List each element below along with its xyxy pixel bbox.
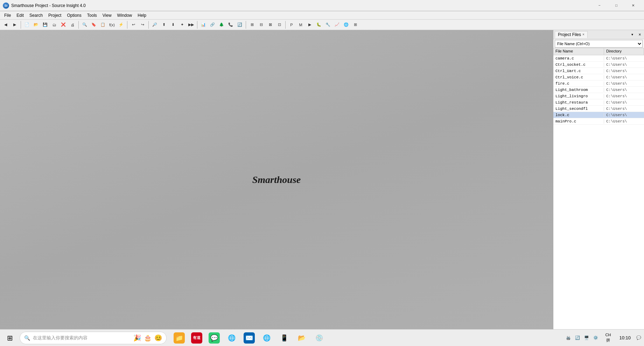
right-panel: Project Files × ▾ × File Name (Ctrl+O) F… — [553, 30, 644, 329]
taskbar-email[interactable]: ✉️ — [241, 330, 258, 346]
maximize-button[interactable]: □ — [608, 0, 624, 11]
taskbar-youdao[interactable]: 有道 — [188, 330, 205, 346]
taskbar-phone[interactable]: 📱 — [276, 330, 293, 346]
macro2-button[interactable]: M — [296, 21, 305, 29]
open-button[interactable]: 📂 — [32, 21, 40, 29]
search-emoji-1: 🎉 — [133, 334, 141, 342]
jump-up-button[interactable]: ⬆ — [160, 21, 168, 29]
file-list[interactable]: camera.cC:\Users\Ctrl_socket.cC:\Users\C… — [553, 55, 644, 329]
menu-item-file[interactable]: File — [1, 12, 14, 19]
filename-column-header: File Name — [553, 48, 604, 55]
browse-button[interactable]: 🌲 — [217, 21, 226, 29]
split-h-button[interactable]: ⊞ — [248, 21, 256, 29]
menu-item-edit[interactable]: Edit — [14, 12, 27, 19]
file-search-select[interactable]: File Name (Ctrl+O) — [555, 40, 643, 48]
table-row[interactable]: Light_livingroC:\Users\ — [553, 93, 644, 99]
sys-tray-sync-icon[interactable]: 🔄 — [574, 330, 581, 346]
layout-button[interactable]: ⊠ — [266, 21, 274, 29]
perl-button[interactable]: P — [287, 21, 296, 29]
taskbar-disk[interactable]: 💿 — [311, 330, 328, 346]
file-name-cell: Ctrl_Uart.c — [553, 69, 604, 73]
undo-button[interactable]: ↩ — [129, 21, 138, 29]
file-name-cell: Light_bathroom — [553, 88, 604, 92]
menu-item-search[interactable]: Search — [27, 12, 46, 19]
taskbar-folder[interactable]: 📂 — [293, 330, 310, 346]
reference-button[interactable]: 🔄 — [236, 21, 244, 29]
file-list-header: File Name Directory — [553, 48, 644, 55]
taskbar-search[interactable]: 🔍 在这里输入你要搜索的内容 🎉 🎂 😊 — [20, 332, 167, 344]
search-results-button[interactable]: 📊 — [199, 21, 208, 29]
file-dir-cell: C:\Users\ — [604, 119, 629, 123]
sys-tray-display-icon[interactable]: 🖥️ — [583, 330, 590, 346]
print-button[interactable]: 🖨 — [68, 21, 77, 29]
table-row[interactable]: Ctrl_socket.cC:\Users\ — [553, 62, 644, 68]
macro-button[interactable]: ⚡ — [117, 21, 125, 29]
panel-close-button[interactable]: × — [637, 32, 643, 37]
taskbar-file-explorer[interactable]: 📁 — [171, 330, 188, 346]
search-emoji-3: 😊 — [154, 334, 162, 342]
close-file-button[interactable]: ❌ — [59, 21, 68, 29]
mark-button[interactable]: ✦ — [178, 21, 186, 29]
save-button[interactable]: 💾 — [41, 21, 49, 29]
redo-button[interactable]: ↪ — [138, 21, 147, 29]
menu-item-tools[interactable]: Tools — [84, 12, 100, 19]
debug-button[interactable]: 🐛 — [315, 21, 323, 29]
grid-button[interactable]: ⊞ — [351, 21, 359, 29]
minimize-button[interactable]: − — [592, 0, 608, 11]
wechat-icon: 💬 — [209, 332, 220, 344]
back-button[interactable]: ◀ — [1, 21, 10, 29]
menu-item-view[interactable]: View — [100, 12, 114, 19]
taskbar-wechat[interactable]: 💬 — [206, 330, 223, 346]
clock[interactable]: 10:10 — [616, 330, 634, 346]
table-row[interactable]: mainPro.cC:\Users\ — [553, 118, 644, 125]
file-dir-cell: C:\Users\ — [604, 63, 629, 67]
table-row[interactable]: Light_bathroomC:\Users\ — [553, 87, 644, 93]
close-button[interactable]: ✕ — [625, 0, 641, 11]
table-row[interactable]: Light_restauraC:\Users\ — [553, 99, 644, 106]
file-name-cell: camera.c — [553, 56, 604, 61]
menu-item-window[interactable]: Window — [114, 12, 135, 19]
function-button[interactable]: f(x) — [108, 21, 116, 29]
chart-button[interactable]: 📈 — [333, 21, 341, 29]
save-all-button[interactable]: 🗂 — [50, 21, 58, 29]
panel-tab[interactable]: Project Files × — [555, 31, 588, 38]
notification-button[interactable]: 💬 — [635, 330, 643, 346]
editor-area: Smarthouse — [0, 30, 553, 329]
table-row[interactable]: camera.cC:\Users\ — [553, 55, 644, 62]
run-button[interactable]: ▶ — [306, 21, 314, 29]
start-button[interactable]: ⊞ — [1, 330, 18, 346]
panel-tab-close[interactable]: × — [582, 33, 584, 36]
tools-button[interactable]: 🔧 — [324, 21, 332, 29]
bookmark-button[interactable]: 🔖 — [90, 21, 98, 29]
table-row[interactable]: fire.cC:\Users\ — [553, 80, 644, 87]
menu-item-options[interactable]: Options — [64, 12, 84, 19]
table-row[interactable]: Light_secondflC:\Users\ — [553, 106, 644, 112]
language-indicator[interactable]: CH 拼 — [601, 330, 615, 346]
new-button[interactable]: 📄 — [23, 21, 31, 29]
snippet-button[interactable]: 📋 — [99, 21, 107, 29]
menu-item-help[interactable]: Help — [135, 12, 149, 19]
search-file-button[interactable]: 🔍 — [80, 21, 89, 29]
panel-button[interactable]: ⊡ — [275, 21, 284, 29]
zoom-button[interactable]: 🔎 — [150, 21, 159, 29]
jump-down-button[interactable]: ⬇ — [169, 21, 177, 29]
forward-button[interactable]: ▶ — [10, 21, 19, 29]
call-button[interactable]: 📞 — [226, 21, 235, 29]
file-dir-cell: C:\Users\ — [604, 69, 629, 73]
table-row[interactable]: Ctrl_voice.cC:\Users\ — [553, 74, 644, 80]
table-row[interactable]: lock.cC:\Users\ — [553, 112, 644, 118]
table-row[interactable]: Ctrl_Uart.cC:\Users\ — [553, 68, 644, 74]
step-button[interactable]: ▶▶ — [187, 21, 195, 29]
sys-tray-settings-icon[interactable]: ⚙️ — [592, 330, 600, 346]
split-v-button[interactable]: ⊟ — [257, 21, 265, 29]
menu-item-project[interactable]: Project — [46, 12, 64, 19]
taskbar-edge[interactable]: 🌐 — [258, 330, 275, 346]
taskbar-chrome[interactable]: 🌐 — [223, 330, 240, 346]
lang-button[interactable]: 🌐 — [342, 21, 350, 29]
language-code: CH — [606, 333, 611, 337]
sys-tray-print-icon[interactable]: 🖨️ — [565, 330, 572, 346]
panel-dropdown-button[interactable]: ▾ — [629, 31, 636, 38]
relation-button[interactable]: 🔗 — [208, 21, 217, 29]
file-name-cell: Ctrl_socket.c — [553, 63, 604, 67]
file-search: File Name (Ctrl+O) — [553, 39, 644, 48]
